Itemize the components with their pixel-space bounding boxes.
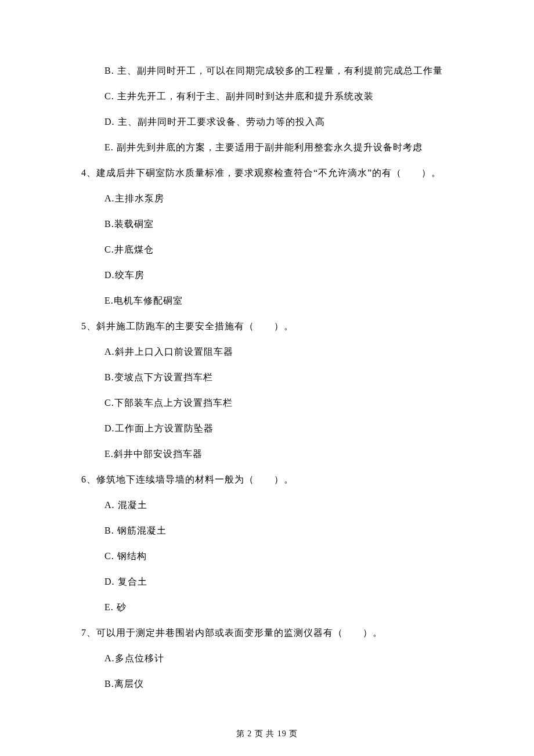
q4-stem: 4、建成后井下硐室防水质量标准，要求观察检查符合“不允许滴水”的有（ ）。 bbox=[81, 166, 453, 180]
q6-option-c: C. 钢结构 bbox=[104, 549, 453, 563]
page: B. 主、副井同时开工，可以在同期完成较多的工程量，有利提前完成总工作量 C. … bbox=[0, 0, 534, 756]
q6-option-a: A. 混凝土 bbox=[104, 498, 453, 512]
q5-option-d: D.工作面上方设置防坠器 bbox=[104, 422, 453, 435]
q3-option-c: C. 主井先开工，有利于主、副井同时到达井底和提升系统改装 bbox=[104, 89, 453, 103]
q6-option-b: B. 钢筋混凝土 bbox=[104, 524, 453, 538]
q7-stem: 7、可以用于测定井巷围岩内部或表面变形量的监测仪器有（ ）。 bbox=[81, 626, 453, 640]
q4-option-a: A.主排水泵房 bbox=[104, 192, 453, 206]
q3-option-b: B. 主、副井同时开工，可以在同期完成较多的工程量，有利提前完成总工作量 bbox=[104, 64, 453, 78]
page-footer: 第 2 页 共 19 页 bbox=[0, 728, 534, 740]
q4-option-c: C.井底煤仓 bbox=[104, 243, 453, 257]
q4-option-b: B.装载硐室 bbox=[104, 217, 453, 231]
q5-option-b: B.变坡点下方设置挡车栏 bbox=[104, 370, 453, 384]
q5-option-c: C.下部装车点上方设置挡车栏 bbox=[104, 396, 453, 410]
q6-option-d: D. 复合土 bbox=[104, 575, 453, 589]
q5-option-a: A.斜井上口入口前设置阻车器 bbox=[104, 345, 453, 359]
q4-option-d: D.绞车房 bbox=[104, 268, 453, 282]
q3-option-e: E. 副井先到井底的方案，主要适用于副井能利用整套永久提升设备时考虑 bbox=[104, 141, 453, 154]
q7-option-b: B.离层仪 bbox=[104, 677, 453, 691]
q4-option-e: E.电机车修配硐室 bbox=[104, 294, 453, 308]
q5-stem: 5、斜井施工防跑车的主要安全措施有（ ）。 bbox=[81, 319, 453, 333]
q7-option-a: A.多点位移计 bbox=[104, 651, 453, 665]
q3-option-d: D. 主、副井同时开工要求设备、劳动力等的投入高 bbox=[104, 115, 453, 129]
q6-option-e: E. 砂 bbox=[104, 600, 453, 614]
q6-stem: 6、修筑地下连续墙导墙的材料一般为（ ）。 bbox=[81, 473, 453, 487]
q5-option-e: E.斜井中部安设挡车器 bbox=[104, 447, 453, 461]
